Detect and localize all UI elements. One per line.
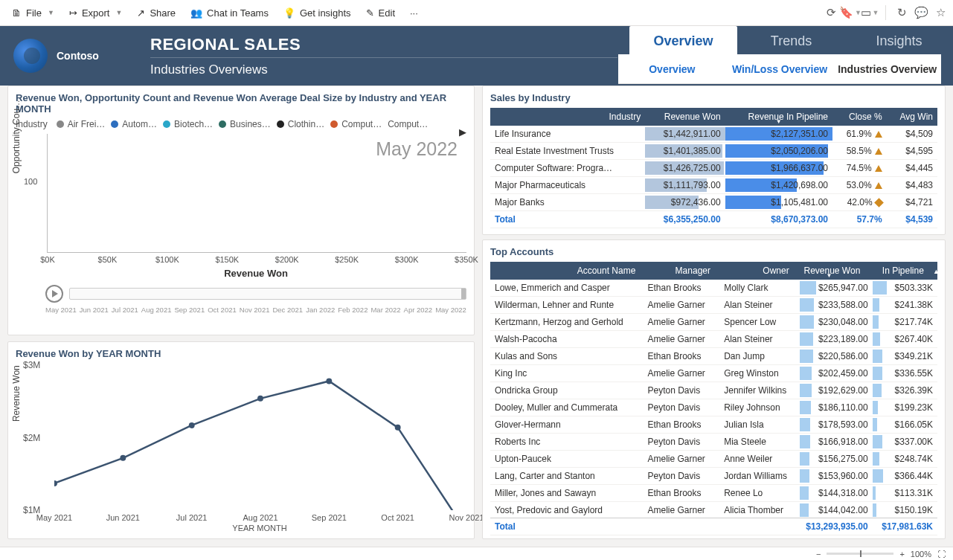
table-row[interactable]: Miller, Jones and SawaynEthan BrooksRene…: [490, 485, 937, 502]
svg-point-2: [189, 422, 195, 428]
scroll-up-icon[interactable]: ▲: [933, 268, 940, 275]
accounts-scroll[interactable]: Lowe, Emmerich and CasperEthan BrooksMol…: [490, 280, 937, 518]
comment-icon[interactable]: 💬: [914, 6, 928, 19]
table-row[interactable]: King IncAmelie GarnerGreg Winston$202,45…: [490, 365, 937, 382]
scatter-xtick: $300K: [395, 255, 419, 264]
col-header[interactable]: Owner: [715, 262, 794, 280]
legend-item[interactable]: Clothin…: [277, 119, 324, 129]
col-header[interactable]: Account Name: [490, 262, 640, 280]
table-row[interactable]: Life Insurance$1,442,911.00$2,127,351.00…: [490, 126, 937, 143]
status-bar: − + 100% ⛶: [0, 547, 953, 560]
sales-table[interactable]: IndustryRevenue WonRevenue In Pipeline▼C…: [490, 108, 937, 228]
scatter-card: Revenue Won, Opportunity Count and Reven…: [7, 86, 475, 335]
sub-tabs: OverviewWin/Loss OverviewIndustries Over…: [618, 54, 941, 84]
col-header[interactable]: Revenue Won▼: [794, 262, 865, 280]
scatter-xtick: $250K: [335, 255, 359, 264]
pencil-icon: ✎: [366, 7, 374, 19]
table-row[interactable]: Glover-HermannEthan BrooksJulian Isla$17…: [490, 416, 937, 434]
line-xtick: Jun 2021: [106, 513, 140, 522]
line-ytick: $2M: [23, 433, 40, 443]
legend-item[interactable]: Biotech…: [163, 119, 213, 129]
subtab-overview[interactable]: Overview: [618, 63, 726, 75]
scatter-xtick: $150K: [215, 255, 239, 264]
col-header[interactable]: Manager: [640, 262, 715, 280]
line-xtick: Aug 2021: [243, 513, 277, 522]
scatter-plot[interactable]: May 2022 100 $0K$50K$100K$150K$200K$250K…: [47, 134, 466, 253]
accounts-table-header[interactable]: Account NameManagerOwnerRevenue Won▼In P…: [490, 262, 937, 280]
table-row[interactable]: Upton-PaucekAmelie GarnerAnne Weiler$156…: [490, 451, 937, 468]
file-icon: 🗎: [12, 7, 22, 19]
edit-button[interactable]: ✎Edit: [360, 4, 401, 22]
zoom-in-icon[interactable]: +: [899, 550, 904, 559]
share-button[interactable]: ↗Share: [131, 4, 182, 22]
col-header[interactable]: Industry: [490, 108, 645, 126]
brand-logo-icon: [13, 39, 48, 73]
tab-trends[interactable]: Trends: [737, 26, 845, 57]
table-row[interactable]: Lowe, Emmerich and CasperEthan BrooksMol…: [490, 280, 937, 297]
legend-item[interactable]: Comput…: [330, 119, 382, 129]
view-icon[interactable]: ▭▼: [863, 6, 876, 19]
zoom-value: 100%: [911, 550, 931, 559]
bookmark-icon[interactable]: 🔖▼: [844, 6, 857, 19]
get-insights-button[interactable]: 💡Get insights: [277, 4, 357, 22]
svg-point-3: [257, 396, 263, 402]
play-button[interactable]: [45, 285, 63, 303]
line-xtick: Oct 2021: [381, 513, 414, 522]
scatter-xtick: $200K: [275, 255, 299, 264]
col-header[interactable]: Revenue Won: [645, 108, 725, 126]
more-menu[interactable]: ···: [404, 4, 424, 22]
svg-point-5: [395, 425, 401, 431]
table-row[interactable]: Kertzmann, Herzog and GerholdAmelie Garn…: [490, 314, 937, 331]
col-header[interactable]: Avg Win: [887, 108, 937, 126]
accounts-table-title: Top Accounts: [490, 246, 937, 257]
line-ytick: $3M: [23, 360, 40, 370]
table-row[interactable]: Dooley, Muller and CummerataPeyton Davis…: [490, 399, 937, 416]
subtab-win-loss-overview[interactable]: Win/Loss Overview: [726, 63, 834, 75]
tab-overview[interactable]: Overview: [629, 26, 737, 57]
sales-table-title: Sales by Industry: [490, 92, 937, 103]
export-menu[interactable]: ↦Export▼: [63, 4, 129, 22]
table-row[interactable]: Kulas and SonsEthan BrooksDan Jump$220,5…: [490, 348, 937, 365]
table-row[interactable]: Ondricka GroupPeyton DavisJennifer Wilki…: [490, 382, 937, 399]
col-header[interactable]: Revenue In Pipeline▼: [725, 108, 832, 126]
col-header[interactable]: Close %: [832, 108, 887, 126]
refresh-icon[interactable]: ↻: [895, 6, 908, 19]
brand: Contoso: [0, 26, 141, 86]
reset-icon[interactable]: ⟳: [824, 6, 838, 19]
col-header[interactable]: In Pipeline: [864, 262, 928, 280]
table-row[interactable]: Computer Software: Progra…$1,426,725.00$…: [490, 160, 937, 177]
table-row[interactable]: Roberts IncPeyton DavisMia Steele$166,91…: [490, 434, 937, 451]
scatter-ytick: 100: [24, 177, 37, 186]
table-row[interactable]: Lang, Carter and StantonPeyton DavisJord…: [490, 468, 937, 485]
accounts-table[interactable]: Lowe, Emmerich and CasperEthan BrooksMol…: [490, 280, 937, 518]
bulb-icon: 💡: [283, 7, 295, 19]
fit-page-icon[interactable]: ⛶: [937, 550, 946, 559]
brand-name: Contoso: [57, 50, 99, 62]
sales-by-industry-card: Sales by Industry IndustryRevenue WonRev…: [482, 86, 946, 235]
svg-point-0: [54, 480, 57, 486]
legend-item[interactable]: Autom…: [111, 119, 157, 129]
legend-item[interactable]: Comput…: [388, 119, 428, 129]
legend-item[interactable]: Air Frei…: [57, 119, 106, 129]
scatter-watermark: May 2022: [376, 138, 458, 160]
zoom-slider[interactable]: [827, 553, 893, 555]
table-row[interactable]: Wilderman, Lehner and RunteAmelie Garner…: [490, 297, 937, 314]
chat-teams-button[interactable]: 👥Chat in Teams: [184, 4, 275, 22]
star-icon[interactable]: ☆: [934, 6, 947, 19]
table-row[interactable]: Major Banks$972,436.00$1,105,481.0042.0%…: [490, 194, 937, 211]
line-plot[interactable]: $1M$2M$3MMay 2021Jun 2021Jul 2021Aug 202…: [54, 365, 466, 510]
zoom-out-icon[interactable]: −: [816, 550, 821, 559]
page-title: REGIONAL SALES: [150, 35, 617, 54]
table-row[interactable]: Walsh-PacochaAmelie GarnerAlan Steiner$2…: [490, 331, 937, 348]
time-slider[interactable]: [69, 288, 466, 300]
table-row[interactable]: Major Pharmaceuticals$1,111,793.00$1,420…: [490, 177, 937, 194]
legend-item[interactable]: Busines…: [219, 119, 271, 129]
file-menu[interactable]: 🗎File▼: [6, 4, 60, 22]
tab-insights[interactable]: Insights: [845, 26, 953, 57]
subtab-industries-overview[interactable]: Industries Overview: [833, 63, 941, 75]
scatter-title: Revenue Won, Opportunity Count and Reven…: [16, 92, 466, 115]
scatter-ylabel: Opportunity Cou…: [11, 100, 22, 173]
table-row[interactable]: Real Estate Investment Trusts$1,401,385.…: [490, 143, 937, 160]
line-xtick: May 2021: [36, 513, 72, 522]
table-row[interactable]: Yost, Predovic and GaylordAmelie GarnerA…: [490, 502, 937, 518]
